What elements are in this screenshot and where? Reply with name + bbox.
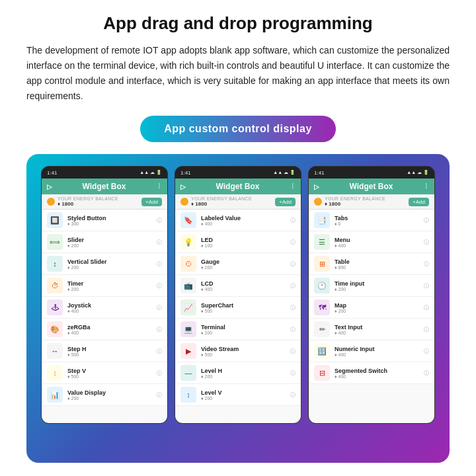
info-icon[interactable]: ⓘ	[290, 326, 296, 333]
list-item[interactable]: ↔ Step H ♦ 500 ⓘ	[42, 340, 167, 362]
info-icon[interactable]: ⓘ	[290, 348, 296, 355]
list-item[interactable]: 💡 LED ♦ 100 ⓘ	[175, 231, 301, 253]
widget-name: Joystick	[67, 302, 152, 309]
info-icon[interactable]: ⓘ	[157, 304, 162, 311]
play-icon-3[interactable]: ▷	[314, 183, 319, 190]
info-icon[interactable]: ⓘ	[157, 282, 162, 290]
widget-price: ♦ 200	[201, 374, 286, 379]
widget-price: ♦ 500	[201, 309, 286, 313]
widget-price: ♦ 400	[335, 331, 419, 335]
widget-price: ♦ 200	[67, 265, 152, 270]
widget-info: Level V ♦ 200	[201, 389, 286, 401]
list-item[interactable]: 📊 Value Display ♦ 200 ⓘ	[42, 384, 167, 406]
widget-name: Numeric Input	[335, 346, 419, 352]
widget-icon: ↕	[47, 256, 63, 272]
widget-info: Step V ♦ 500	[67, 368, 152, 379]
info-icon[interactable]: ⓘ	[290, 282, 296, 290]
info-icon[interactable]: ⓘ	[290, 260, 296, 268]
list-item[interactable]: 🕹 Joystick ♦ 400 ⓘ	[42, 297, 167, 319]
status-time-2: 1:41	[180, 170, 191, 176]
widget-price: ♦ 100	[201, 243, 286, 248]
widget-info: Text Input ♦ 400	[335, 324, 419, 335]
list-item[interactable]: ↕ Level V ♦ 200 ⓘ	[175, 384, 301, 406]
widget-name: Time input	[335, 280, 419, 287]
info-icon[interactable]: ⓘ	[424, 348, 429, 355]
widget-info: LED ♦ 100	[201, 237, 286, 248]
widget-info: SuperChart ♦ 500	[201, 302, 286, 313]
widget-price: ♦ 200	[335, 287, 419, 292]
info-icon[interactable]: ⓘ	[424, 239, 429, 246]
info-icon[interactable]: ⓘ	[424, 217, 429, 224]
list-item[interactable]: 💻 Terminal ♦ 200 ⓘ	[175, 319, 301, 340]
info-icon[interactable]: ⓘ	[157, 348, 162, 355]
widget-info: Step H ♦ 500	[67, 346, 152, 357]
widget-name: Vertical Slider	[67, 258, 152, 265]
widget-icon: —	[180, 365, 196, 381]
info-icon[interactable]: ⓘ	[424, 304, 429, 311]
list-item[interactable]: ⊟ Segmented Switch ♦ 400 ⓘ	[309, 362, 434, 384]
widget-info: Time input ♦ 200	[335, 280, 419, 292]
widget-info: Segmented Switch ♦ 400	[335, 368, 419, 379]
add-button-2[interactable]: +Add	[275, 198, 296, 206]
phone-header-2: ▷ Widget Box ⋮	[175, 178, 301, 194]
add-button-1[interactable]: +Add	[141, 198, 162, 206]
widget-icon: ⏱	[47, 278, 63, 294]
list-item[interactable]: 🔲 Styled Button ♦ 300 ⓘ	[42, 210, 167, 231]
widget-icon: 🕹	[47, 299, 63, 315]
info-icon[interactable]: ⓘ	[424, 370, 429, 377]
list-item[interactable]: ↕ Vertical Slider ♦ 200 ⓘ	[42, 253, 167, 275]
list-item[interactable]: 📈 SuperChart ♦ 500 ⓘ	[175, 297, 301, 319]
widget-icon: ⊞	[314, 256, 330, 272]
list-item[interactable]: ☰ Menu ♦ 400 ⓘ	[309, 231, 434, 253]
info-icon[interactable]: ⓘ	[290, 370, 296, 377]
widget-icon: ↕	[47, 365, 63, 381]
phone-header-1: ▷ Widget Box ⋮	[42, 178, 167, 194]
list-item[interactable]: 🎨 zeRGBa ♦ 400 ⓘ	[42, 319, 167, 340]
list-item[interactable]: ↕ Step V ♦ 500 ⓘ	[42, 362, 167, 384]
widget-name: Segmented Switch	[335, 368, 419, 374]
widget-name: Value Display	[67, 389, 152, 396]
energy-label-1: YOUR ENERGY BALANCE	[58, 196, 118, 201]
widget-name: Step V	[67, 368, 152, 374]
list-item[interactable]: 🔢 Numeric Input ♦ 400 ⓘ	[309, 340, 434, 362]
list-item[interactable]: 📑 Tabs ♦ 0 ⓘ	[309, 210, 434, 231]
info-icon[interactable]: ⓘ	[157, 239, 162, 246]
list-item[interactable]: ⏲ Gauge ♦ 200 ⓘ	[175, 253, 301, 275]
info-icon[interactable]: ⓘ	[290, 391, 296, 399]
list-item[interactable]: 📺 LCD ♦ 400 ⓘ	[175, 275, 301, 297]
list-item[interactable]: 🔖 Labeled Value ♦ 400 ⓘ	[175, 210, 301, 231]
list-item[interactable]: 🕐 Time input ♦ 200 ⓘ	[309, 275, 434, 297]
phone-header-3: ▷ Widget Box ⋮	[309, 178, 434, 194]
widget-price: ♦ 400	[335, 352, 419, 357]
list-item[interactable]: 🗺 Map ♦ 200 ⓘ	[309, 297, 434, 319]
list-item[interactable]: ▶ Video Stream ♦ 500 ⓘ	[175, 340, 301, 362]
info-icon[interactable]: ⓘ	[424, 260, 429, 268]
list-item[interactable]: ⏱ Timer ♦ 200 ⓘ	[42, 275, 167, 297]
info-icon[interactable]: ⓘ	[157, 370, 162, 377]
info-icon[interactable]: ⓘ	[157, 260, 162, 268]
badge-container: App custom control display	[140, 116, 336, 142]
info-icon[interactable]: ⓘ	[290, 304, 296, 311]
info-icon[interactable]: ⓘ	[424, 282, 429, 290]
play-icon-1[interactable]: ▷	[47, 183, 52, 190]
info-icon[interactable]: ⓘ	[157, 217, 162, 224]
info-icon[interactable]: ⓘ	[290, 217, 296, 224]
energy-bar-1: YOUR ENERGY BALANCE ♦ 1800 +Add	[42, 194, 167, 210]
widget-info: Labeled Value ♦ 400	[201, 215, 286, 226]
list-item[interactable]: ✏ Text Input ♦ 400 ⓘ	[309, 319, 434, 340]
list-item[interactable]: — Level H ♦ 200 ⓘ	[175, 362, 301, 384]
status-time-1: 1:41	[47, 170, 58, 176]
widget-name: LED	[201, 237, 286, 243]
widget-icon: 🔖	[180, 212, 196, 228]
widget-name: Styled Button	[67, 215, 152, 221]
widget-price: ♦ 400	[335, 374, 419, 379]
add-button-3[interactable]: +Add	[409, 198, 429, 206]
info-icon[interactable]: ⓘ	[157, 391, 162, 399]
info-icon[interactable]: ⓘ	[157, 326, 162, 333]
info-icon[interactable]: ⓘ	[424, 326, 429, 333]
play-icon-2[interactable]: ▷	[180, 183, 186, 190]
info-icon[interactable]: ⓘ	[290, 239, 296, 246]
widget-info: Tabs ♦ 0	[335, 215, 419, 226]
list-item[interactable]: ⊞ Table ♦ 800 ⓘ	[309, 253, 434, 275]
list-item[interactable]: ⟺ Slider ♦ 200 ⓘ	[42, 231, 167, 253]
